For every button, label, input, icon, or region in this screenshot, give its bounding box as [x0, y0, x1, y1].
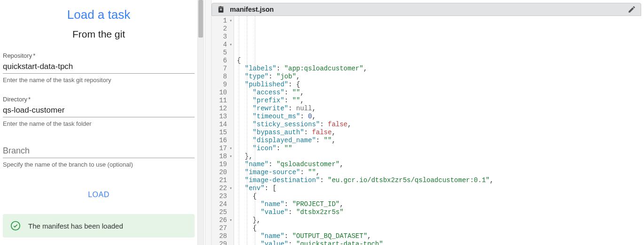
branch-input[interactable] [3, 143, 195, 158]
directory-field: Directory* Enter the name of the task fo… [3, 96, 195, 133]
left-scrollbar[interactable] [197, 0, 204, 245]
line-number-gutter: 1234567891011121314151617181920212223242… [212, 16, 234, 245]
form-title: Load a task [3, 8, 195, 22]
code-editor[interactable]: 1234567891011121314151617181920212223242… [212, 16, 641, 245]
required-marker: * [33, 52, 35, 59]
repository-help: Enter the name of the task git repositor… [3, 77, 195, 84]
success-message: The manifest has been loaded [28, 222, 123, 230]
directory-label-text: Directory [3, 96, 27, 103]
branch-field: Specify the name of the branch to use (o… [3, 143, 195, 174]
pencil-icon[interactable] [628, 5, 636, 14]
branch-help: Specify the name of the branch to use (o… [3, 161, 195, 168]
scrollbar-thumb[interactable] [198, 0, 203, 38]
file-name: manifest.json [230, 6, 623, 13]
repository-input[interactable] [3, 59, 195, 74]
directory-label: Directory* [3, 96, 195, 103]
required-marker: * [28, 96, 31, 103]
editor-panel: manifest.json 12345678910111213141516171… [212, 0, 644, 245]
repository-field: Repository* Enter the name of the task g… [3, 52, 195, 89]
directory-input[interactable] [3, 103, 195, 117]
repository-label-text: Repository [3, 52, 32, 59]
load-button[interactable]: LOAD [82, 188, 115, 202]
svg-point-0 [11, 222, 20, 230]
load-task-form: Load a task From the git Repository* Ent… [0, 0, 197, 245]
panel-divider[interactable] [197, 0, 212, 245]
file-icon [217, 5, 225, 14]
repository-label: Repository* [3, 52, 195, 59]
success-banner: The manifest has been loaded [3, 214, 195, 237]
directory-help: Enter the name of the task folder [3, 120, 195, 127]
gutter-scroll[interactable] [205, 0, 212, 245]
form-subtitle: From the git [3, 29, 195, 40]
check-circle-icon [10, 221, 21, 231]
editor-header: manifest.json [212, 3, 641, 16]
code-content[interactable]: { "labels": "app:qsloadcustomer", "type"… [234, 16, 641, 245]
